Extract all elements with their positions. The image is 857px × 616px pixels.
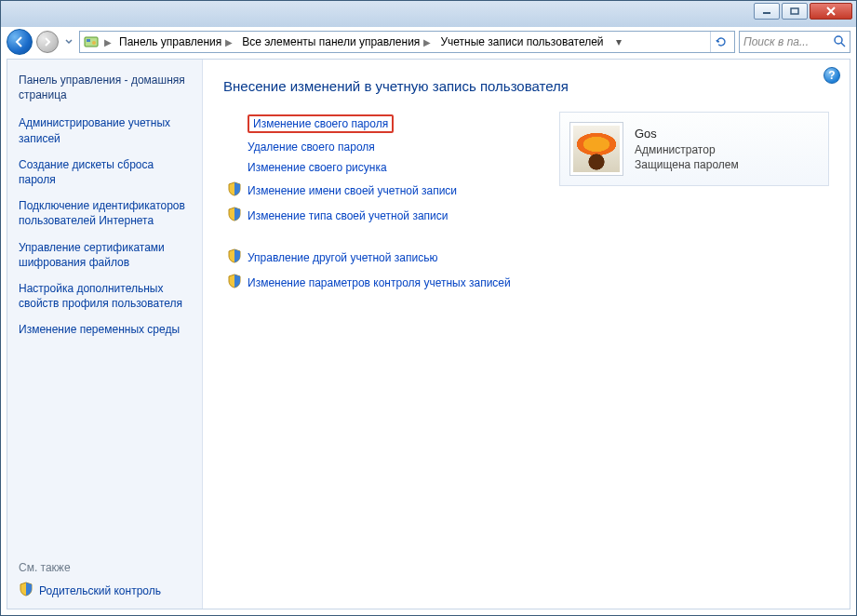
content: ? Внесение изменений в учетную запись по… bbox=[203, 60, 850, 609]
see-also-label: См. также bbox=[19, 561, 193, 574]
sidebar-link-0[interactable]: Администрирование учетных записей bbox=[19, 115, 193, 145]
svg-rect-0 bbox=[763, 12, 770, 14]
minimize-button[interactable] bbox=[754, 3, 780, 20]
sidebar-link-1[interactable]: Создание дискеты сброса пароля bbox=[19, 157, 193, 187]
chevron-right-icon: ▶ bbox=[423, 37, 431, 47]
breadcrumb-item-2[interactable]: Учетные записи пользователей bbox=[438, 35, 605, 48]
svg-rect-1 bbox=[791, 8, 798, 14]
svg-point-4 bbox=[92, 41, 96, 45]
user-name: Gos bbox=[635, 126, 739, 142]
action-link-label: Удаление своего пароля bbox=[248, 141, 375, 154]
action-link-label: Изменение своего рисунка bbox=[248, 161, 387, 174]
chevron-right-icon: ▶ bbox=[104, 37, 112, 47]
breadcrumb-label: Все элементы панели управления bbox=[242, 35, 420, 48]
history-dropdown[interactable] bbox=[62, 33, 75, 51]
address-dropdown[interactable]: ▾ bbox=[611, 35, 626, 48]
refresh-button[interactable] bbox=[710, 32, 730, 52]
control-panel-icon bbox=[84, 34, 99, 49]
help-button[interactable]: ? bbox=[824, 67, 840, 84]
svg-point-5 bbox=[835, 36, 842, 44]
arrow-left-icon bbox=[13, 35, 26, 48]
sidebar-footer-link[interactable]: Родительский контроль bbox=[19, 582, 193, 599]
page-title: Внесение изменений в учетную запись поль… bbox=[223, 78, 829, 94]
close-button[interactable] bbox=[810, 3, 852, 20]
sidebar: Панель управления - домашняя страница Ад… bbox=[7, 60, 203, 609]
search-placeholder: Поиск в па... bbox=[743, 35, 809, 48]
svg-line-6 bbox=[841, 43, 845, 47]
search-input[interactable]: Поиск в па... bbox=[739, 31, 850, 53]
chevron-right-icon: ▶ bbox=[225, 37, 233, 47]
sidebar-link-2[interactable]: Подключение идентификаторов пользователе… bbox=[19, 198, 193, 228]
chevron-down-icon bbox=[65, 39, 73, 45]
svg-rect-3 bbox=[87, 39, 90, 42]
shield-icon bbox=[19, 582, 33, 599]
address-bar[interactable]: ▶ Панель управления▶ Все элементы панели… bbox=[79, 31, 735, 53]
search-icon bbox=[833, 34, 846, 50]
action-link-label: Изменение типа своей учетной записи bbox=[248, 209, 448, 222]
sidebar-footer-label: Родительский контроль bbox=[39, 584, 161, 597]
breadcrumb-label: Учетные записи пользователей bbox=[440, 35, 603, 48]
action-link-label: Изменение своего пароля bbox=[248, 114, 394, 133]
avatar-image bbox=[573, 126, 620, 172]
action-change-type[interactable]: Изменение типа своей учетной записи bbox=[227, 207, 829, 224]
user-card: Gos Администратор Защищена паролем bbox=[559, 112, 829, 186]
maximize-icon bbox=[790, 7, 799, 15]
minimize-icon bbox=[762, 7, 771, 15]
shield-icon bbox=[227, 181, 242, 199]
sidebar-link-3[interactable]: Управление сертификатами шифрования файл… bbox=[19, 240, 193, 270]
breadcrumb-item-0[interactable]: Панель управления▶ bbox=[117, 35, 234, 48]
arrow-right-icon bbox=[42, 36, 53, 47]
shield-icon bbox=[227, 248, 242, 266]
user-info: Gos Администратор Защищена паролем bbox=[635, 126, 739, 172]
navbar: ▶ Панель управления▶ Все элементы панели… bbox=[7, 27, 850, 57]
shield-icon bbox=[227, 207, 242, 224]
shield-icon bbox=[227, 274, 242, 291]
refresh-icon bbox=[715, 35, 728, 48]
action-link-label: Управление другой учетной записью bbox=[248, 251, 437, 264]
sidebar-link-4[interactable]: Настройка дополнительных свойств профиля… bbox=[19, 281, 193, 311]
sidebar-link-5[interactable]: Изменение переменных среды bbox=[19, 322, 193, 337]
body: Панель управления - домашняя страница Ад… bbox=[7, 59, 850, 609]
action-link-label: Изменение имени своей учетной записи bbox=[248, 184, 457, 197]
back-button[interactable] bbox=[7, 29, 33, 55]
avatar[interactable] bbox=[569, 122, 623, 176]
action-manage-other[interactable]: Управление другой учетной записью bbox=[227, 248, 829, 266]
close-icon bbox=[825, 7, 837, 16]
action-uac-settings[interactable]: Изменение параметров контроля учетных за… bbox=[227, 274, 829, 291]
breadcrumb-label: Панель управления bbox=[119, 35, 221, 48]
forward-button[interactable] bbox=[36, 31, 59, 53]
help-icon-label: ? bbox=[828, 69, 835, 82]
maximize-button[interactable] bbox=[782, 3, 808, 20]
window: ▶ Панель управления▶ Все элементы панели… bbox=[0, 0, 857, 616]
action-link-label: Изменение параметров контроля учетных за… bbox=[248, 276, 511, 289]
sidebar-home-link[interactable]: Панель управления - домашняя страница bbox=[19, 73, 193, 102]
user-role: Администратор bbox=[635, 142, 739, 157]
breadcrumb-item-1[interactable]: Все элементы панели управления▶ bbox=[240, 35, 433, 48]
user-status: Защищена паролем bbox=[635, 157, 739, 172]
titlebar bbox=[1, 1, 856, 27]
